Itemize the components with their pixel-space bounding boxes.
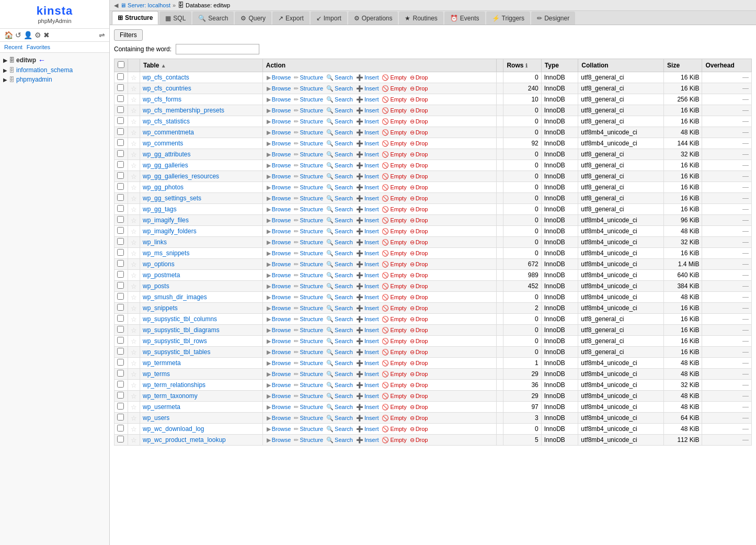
star-icon[interactable]: ☆ — [131, 129, 137, 137]
table-name-link[interactable]: wp_supsystic_tbl_columns — [143, 315, 217, 323]
browse-button[interactable]: ▶ Browse — [266, 118, 292, 126]
browse-button[interactable]: ▶ Browse — [266, 74, 292, 82]
structure-button[interactable]: ✏ Structure — [293, 140, 324, 147]
drop-button[interactable]: ⊖ Drop — [409, 249, 429, 257]
row-checkbox[interactable] — [117, 84, 124, 91]
star-icon[interactable]: ☆ — [131, 392, 137, 400]
row-checkbox[interactable] — [117, 249, 124, 256]
drop-button[interactable]: ⊖ Drop — [409, 282, 429, 290]
structure-button[interactable]: ✏ Structure — [293, 414, 324, 422]
empty-button[interactable]: 🚫 Empty — [381, 271, 407, 279]
row-checkbox[interactable] — [117, 315, 124, 322]
browse-button[interactable]: ▶ Browse — [266, 129, 292, 137]
insert-button[interactable]: ➕ Insert — [355, 414, 380, 422]
table-name-link[interactable]: wp_comments — [143, 140, 183, 147]
drop-button[interactable]: ⊖ Drop — [409, 206, 429, 213]
drop-button[interactable]: ⊖ Drop — [409, 304, 429, 312]
structure-button[interactable]: ✏ Structure — [293, 392, 324, 400]
search-button[interactable]: 🔍 Search — [325, 293, 354, 301]
table-name-link[interactable]: wp_snippets — [143, 304, 178, 312]
structure-button[interactable]: ✏ Structure — [293, 326, 324, 334]
tab-operations[interactable]: ⚙ Operations — [348, 12, 398, 25]
table-name-link[interactable]: wp_cfs_forms — [143, 96, 181, 103]
drop-button[interactable]: ⊖ Drop — [409, 315, 429, 323]
search-button[interactable]: 🔍 Search — [325, 85, 354, 93]
row-checkbox[interactable] — [117, 227, 124, 234]
browse-button[interactable]: ▶ Browse — [266, 96, 292, 104]
structure-button[interactable]: ✏ Structure — [293, 282, 324, 290]
drop-button[interactable]: ⊖ Drop — [409, 162, 429, 169]
search-button[interactable]: 🔍 Search — [325, 271, 354, 279]
row-checkbox[interactable] — [117, 293, 124, 300]
browse-button[interactable]: ▶ Browse — [266, 370, 292, 378]
insert-button[interactable]: ➕ Insert — [355, 271, 380, 279]
row-checkbox[interactable] — [117, 348, 124, 355]
empty-button[interactable]: 🚫 Empty — [381, 129, 407, 137]
structure-button[interactable]: ✏ Structure — [293, 403, 324, 411]
drop-button[interactable]: ⊖ Drop — [409, 151, 429, 158]
structure-button[interactable]: ✏ Structure — [293, 162, 324, 169]
search-button[interactable]: 🔍 Search — [325, 129, 354, 137]
browse-button[interactable]: ▶ Browse — [266, 140, 292, 147]
star-icon[interactable]: ☆ — [131, 118, 137, 126]
drop-button[interactable]: ⊖ Drop — [409, 184, 429, 191]
browse-button[interactable]: ▶ Browse — [266, 392, 292, 400]
table-name-link[interactable]: wp_links — [143, 239, 167, 246]
structure-button[interactable]: ✏ Structure — [293, 348, 324, 356]
structure-button[interactable]: ✏ Structure — [293, 293, 324, 301]
row-checkbox[interactable] — [117, 172, 124, 179]
reload-icon[interactable]: ↺ — [15, 31, 21, 39]
empty-button[interactable]: 🚫 Empty — [381, 249, 407, 257]
row-checkbox[interactable] — [117, 304, 124, 311]
star-icon[interactable]: ☆ — [131, 403, 137, 411]
drop-button[interactable]: ⊖ Drop — [409, 107, 429, 115]
drop-button[interactable]: ⊖ Drop — [409, 129, 429, 137]
search-button[interactable]: 🔍 Search — [325, 403, 354, 411]
star-icon[interactable]: ☆ — [131, 195, 137, 202]
star-icon[interactable]: ☆ — [131, 304, 137, 312]
insert-button[interactable]: ➕ Insert — [355, 249, 380, 257]
search-button[interactable]: 🔍 Search — [325, 326, 354, 334]
star-icon[interactable]: ☆ — [131, 315, 137, 323]
row-checkbox[interactable] — [117, 260, 124, 267]
search-button[interactable]: 🔍 Search — [325, 228, 354, 235]
insert-button[interactable]: ➕ Insert — [355, 151, 380, 158]
logout-icon[interactable]: ✖ — [43, 31, 50, 39]
browse-button[interactable]: ▶ Browse — [266, 436, 292, 444]
star-icon[interactable]: ☆ — [131, 217, 137, 224]
browse-button[interactable]: ▶ Browse — [266, 173, 292, 180]
row-checkbox[interactable] — [117, 194, 124, 201]
search-button[interactable]: 🔍 Search — [325, 414, 354, 422]
empty-button[interactable]: 🚫 Empty — [381, 392, 407, 400]
tab-query[interactable]: ⚙ Query — [235, 12, 271, 25]
tab-sql[interactable]: ▦ SQL — [159, 12, 191, 25]
browse-button[interactable]: ▶ Browse — [266, 206, 292, 213]
filters-button[interactable]: Filters — [114, 29, 143, 41]
insert-button[interactable]: ➕ Insert — [355, 162, 380, 169]
row-checkbox[interactable] — [117, 381, 124, 388]
insert-button[interactable]: ➕ Insert — [355, 359, 380, 367]
insert-button[interactable]: ➕ Insert — [355, 118, 380, 126]
empty-button[interactable]: 🚫 Empty — [381, 425, 407, 433]
browse-button[interactable]: ▶ Browse — [266, 184, 292, 191]
structure-button[interactable]: ✏ Structure — [293, 425, 324, 433]
search-button[interactable]: 🔍 Search — [325, 348, 354, 356]
insert-button[interactable]: ➕ Insert — [355, 348, 380, 356]
insert-button[interactable]: ➕ Insert — [355, 85, 380, 93]
browse-button[interactable]: ▶ Browse — [266, 304, 292, 312]
insert-button[interactable]: ➕ Insert — [355, 260, 380, 268]
drop-button[interactable]: ⊖ Drop — [409, 436, 429, 444]
table-name-link[interactable]: wp_smush_dir_images — [143, 293, 207, 301]
row-checkbox[interactable] — [117, 403, 124, 410]
tab-routines[interactable]: ★ Routines — [399, 12, 443, 25]
row-checkbox[interactable] — [117, 238, 124, 245]
insert-button[interactable]: ➕ Insert — [355, 96, 380, 104]
star-icon[interactable]: ☆ — [131, 293, 137, 301]
search-button[interactable]: 🔍 Search — [325, 173, 354, 180]
search-button[interactable]: 🔍 Search — [325, 425, 354, 433]
breadcrumb-server[interactable]: 🖥 Server: localhost — [120, 2, 170, 8]
empty-button[interactable]: 🚫 Empty — [381, 370, 407, 378]
select-all-checkbox[interactable] — [118, 61, 124, 68]
search-button[interactable]: 🔍 Search — [325, 381, 354, 389]
empty-button[interactable]: 🚫 Empty — [381, 118, 407, 126]
